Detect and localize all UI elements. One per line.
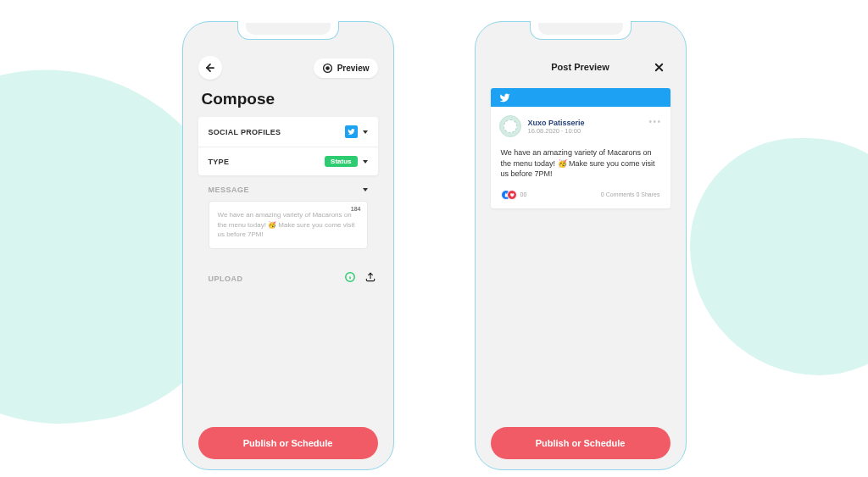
publish-button[interactable]: Publish or Schedule <box>198 427 378 459</box>
close-icon <box>653 61 665 74</box>
close-button[interactable] <box>648 56 670 78</box>
post-author: Xuxo Patisserie <box>528 119 585 127</box>
chevron-down-icon[interactable] <box>363 188 368 191</box>
message-text: We have an amazing variety of Macarons o… <box>218 210 359 240</box>
svg-point-2 <box>326 66 329 69</box>
chevron-down-icon <box>363 130 368 134</box>
more-icon[interactable]: ••• <box>648 117 661 126</box>
upload-icon[interactable] <box>364 271 376 286</box>
phones-container: Preview Compose SOCIAL PROFILES TYPE <box>0 0 868 477</box>
react-count: 00 <box>520 191 527 197</box>
post-header: Xuxo Patisserie 16.08.2020 · 10:00 ••• <box>491 107 670 142</box>
message-input[interactable]: 184 We have an amazing variety of Macaro… <box>209 201 368 249</box>
header: Post Preview <box>482 49 679 88</box>
post-preview-card: Xuxo Patisserie 16.08.2020 · 10:00 ••• W… <box>491 88 670 208</box>
reactions: 00 <box>501 190 527 200</box>
twitter-icon <box>499 92 510 103</box>
char-count: 184 <box>351 206 361 212</box>
avatar <box>499 115 521 137</box>
type-row[interactable]: TYPE Status <box>198 147 378 175</box>
post-body: We have an amazing variety of Macarons o… <box>491 142 670 185</box>
preview-title: Post Preview <box>551 62 609 72</box>
notch <box>237 21 339 40</box>
message-section: MESSAGE 184 We have an amazing variety o… <box>198 184 378 249</box>
arrow-left-icon <box>204 62 216 74</box>
post-stats: 0 Comments 0 Shares <box>601 191 660 197</box>
post-date: 16.08.2020 · 10:00 <box>528 127 585 135</box>
notch <box>530 21 632 40</box>
header: Preview <box>190 49 387 90</box>
eye-icon <box>322 63 333 74</box>
compose-card: SOCIAL PROFILES TYPE Status <box>198 117 378 175</box>
publish-button[interactable]: Publish or Schedule <box>491 427 670 459</box>
twitter-bar <box>491 88 670 107</box>
preview-button[interactable]: Preview <box>314 58 378 78</box>
back-button[interactable] <box>198 56 222 80</box>
post-footer: 00 0 Comments 0 Shares <box>491 185 670 208</box>
social-profiles-label: SOCIAL PROFILES <box>209 128 281 136</box>
upload-section: UPLOAD <box>190 258 387 295</box>
heart-icon <box>507 190 517 200</box>
page-title: Compose <box>190 90 387 117</box>
type-label: TYPE <box>209 158 230 166</box>
phone-preview: Post Preview Xuxo Patisserie 16.08.2020 … <box>475 21 687 470</box>
social-profiles-row[interactable]: SOCIAL PROFILES <box>198 117 378 147</box>
message-label: MESSAGE <box>209 186 250 194</box>
preview-label: Preview <box>337 64 370 73</box>
twitter-icon <box>345 125 358 138</box>
status-badge: Status <box>325 156 357 167</box>
phone-compose: Preview Compose SOCIAL PROFILES TYPE <box>182 21 394 470</box>
chevron-down-icon <box>363 160 368 164</box>
upload-label: UPLOAD <box>209 275 243 283</box>
info-icon[interactable] <box>344 271 356 286</box>
